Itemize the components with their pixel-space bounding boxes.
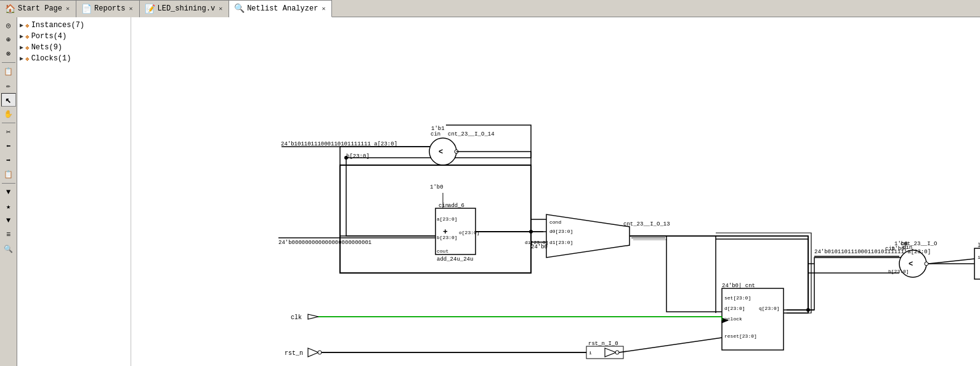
svg-text:24'b000000000000000000000001: 24'b000000000000000000000001 <box>278 240 371 246</box>
svg-text:d[23:0]: d[23:0] <box>724 306 745 311</box>
toolbar-btn-paste[interactable]: 📋 <box>1 168 16 181</box>
tree-label-nets: Nets(9) <box>31 43 62 52</box>
svg-text:a[23:0]: a[23:0] <box>437 216 458 222</box>
svg-point-88 <box>344 156 348 160</box>
main-layout: ◎ ⊕ ⊗ 📋 ✏ ↖ ✋ ✂ ⬅ ➡ 📋 ▼ ★ ▼ ≡ 🔍 ▶ ❖ Inst… <box>0 17 980 366</box>
svg-text:o[23:0]: o[23:0] <box>459 230 480 235</box>
tree-icon-nets: ❖ <box>25 44 30 52</box>
svg-text:b[23:0]: b[23:0] <box>437 235 458 240</box>
svg-text:24'b0| cnt: 24'b0| cnt <box>722 283 755 289</box>
side-panel: ▶ ❖ Instances(7) ▶ ❖ Ports(4) ▶ ❖ Nets(9… <box>17 17 131 366</box>
left-toolbar: ◎ ⊕ ⊗ 📋 ✏ ↖ ✋ ✂ ⬅ ➡ 📋 ▼ ★ ▼ ≡ 🔍 <box>0 17 17 366</box>
tab-reports-close[interactable]: ✕ <box>128 5 134 12</box>
svg-text:rst_n: rst_n <box>285 350 303 357</box>
tab-netlist-analyzer[interactable]: 🔍 Netlist Analyzer ✕ <box>229 0 332 17</box>
toolbar-btn-2[interactable]: ⊕ <box>1 33 16 46</box>
svg-text:cin: cin <box>439 203 448 209</box>
svg-text:<: < <box>909 260 913 269</box>
svg-text:1'b1: 1'b1 <box>431 126 445 132</box>
svg-point-69 <box>318 351 322 354</box>
toolbar-btn-back[interactable]: ⬅ <box>1 139 16 153</box>
tree-icon-ports: ❖ <box>25 33 30 41</box>
canvas-area[interactable]: < cnt_23__I_O_14 cin 1'b1 24'b1011011100… <box>131 17 980 366</box>
svg-text:24'b10110111000110101111111 a[: 24'b10110111000110101111111 a[23:0] <box>281 141 397 147</box>
tab-reports[interactable]: 📄 Reports ✕ <box>76 0 139 17</box>
reports-icon: 📄 <box>81 4 92 14</box>
svg-text:add_24u_24u: add_24u_24u <box>437 256 473 262</box>
svg-text:24'b01011011100011010111111 a[: 24'b01011011100011010111111 a[23:0] <box>814 249 931 255</box>
svg-text:reset[23:0]: reset[23:0] <box>724 333 757 339</box>
toolbar-btn-cursor[interactable]: ↖ <box>1 93 16 107</box>
svg-text:cin: cin <box>431 131 440 137</box>
toolbar-btn-edit[interactable]: ✏ <box>1 79 16 92</box>
tree-item-instances[interactable]: ▶ ❖ Instances(7) <box>17 20 131 31</box>
tab-led-shining-close[interactable]: ✕ <box>217 5 224 12</box>
svg-text:cnt_23__I_O_14: cnt_23__I_O_14 <box>448 131 495 137</box>
netlist-analyzer-icon: 🔍 <box>234 3 245 14</box>
toolbar-btn-hand[interactable]: ✋ <box>1 107 16 121</box>
tree-label-instances: Instances(7) <box>31 21 84 30</box>
svg-point-81 <box>806 308 810 312</box>
led-shining-icon: 📝 <box>145 4 155 14</box>
svg-text:cnt_23__I_O_13: cnt_23__I_O_13 <box>623 221 670 227</box>
toolbar-separator-2 <box>2 123 15 123</box>
tree-item-ports[interactable]: ▶ ❖ Ports(4) <box>17 31 131 42</box>
tree-icon-clocks: ❖ <box>25 55 30 63</box>
svg-rect-0 <box>137 17 974 366</box>
svg-point-75 <box>615 351 619 354</box>
svg-text:cout: cout <box>437 248 448 254</box>
toolbar-btn-3[interactable]: ⊗ <box>1 47 16 60</box>
tree-arrow-clocks: ▶ <box>20 55 23 62</box>
tree-item-nets[interactable]: ▶ ❖ Nets(9) <box>17 42 131 53</box>
toolbar-btn-list[interactable]: ≡ <box>1 228 16 242</box>
svg-text:b[23:0]: b[23:0] <box>346 153 370 160</box>
toolbar-btn-forward[interactable]: ➡ <box>1 153 16 167</box>
svg-text:add_6: add_6 <box>448 203 464 209</box>
tab-start-page[interactable]: 🏠 Start Page ✕ <box>0 0 76 17</box>
tree-icon-instances: ❖ <box>25 22 30 30</box>
tab-reports-label: Reports <box>94 4 125 13</box>
start-page-icon: 🏠 <box>5 4 15 14</box>
svg-point-89 <box>529 230 533 234</box>
svg-text:clk: clk <box>291 314 302 321</box>
svg-text:led1_I_0: led1_I_0 <box>978 243 980 249</box>
toolbar-btn-dropdown2[interactable]: ▼ <box>1 214 16 227</box>
toolbar-btn-1[interactable]: ◎ <box>1 18 16 32</box>
svg-text:d0[23:0]: d0[23:0] <box>549 229 573 234</box>
svg-text:rst_n_I_0: rst_n_I_0 <box>588 341 618 347</box>
tab-start-page-close[interactable]: ✕ <box>65 5 71 12</box>
toolbar-btn-scissors[interactable]: ✂ <box>1 125 16 139</box>
svg-rect-52 <box>974 248 980 279</box>
toolbar-btn-doc[interactable]: 📋 <box>1 65 16 78</box>
tab-bar: 🏠 Start Page ✕ 📄 Reports ✕ 📝 LED_shining… <box>0 0 980 17</box>
svg-point-46 <box>925 262 928 266</box>
tree-label-clocks: Clocks(1) <box>31 54 71 63</box>
svg-text:i: i <box>589 350 592 356</box>
tree-arrow-nets: ▶ <box>20 44 23 51</box>
toolbar-separator-1 <box>2 62 15 63</box>
svg-text:1'b0: 1'b0 <box>430 184 443 190</box>
tree-label-ports: Ports(4) <box>31 32 67 41</box>
tree-arrow-instances: ▶ <box>20 22 23 29</box>
svg-text:q[23:0]: q[23:0] <box>759 306 780 311</box>
tree-arrow-ports: ▶ <box>20 33 23 40</box>
tab-led-shining[interactable]: 📝 LED_shining.v ✕ <box>140 0 230 17</box>
toolbar-btn-search[interactable]: 🔍 <box>1 242 16 256</box>
svg-text:set[23:0]: set[23:0] <box>724 295 751 301</box>
tab-led-shining-label: LED_shining.v <box>158 4 216 13</box>
tab-netlist-analyzer-label: Netlist Analyzer <box>247 4 318 13</box>
netlist-diagram: < cnt_23__I_O_14 cin 1'b1 24'b1011011100… <box>131 17 980 366</box>
svg-text:i: i <box>978 254 980 260</box>
svg-text:d1[23:0]: d1[23:0] <box>549 240 573 245</box>
toolbar-btn-dropdown[interactable]: ▼ <box>1 185 16 199</box>
tab-netlist-analyzer-close[interactable]: ✕ <box>320 5 326 12</box>
svg-text:<: < <box>439 148 443 157</box>
tree-item-clocks[interactable]: ▶ ❖ Clocks(1) <box>17 53 131 64</box>
toolbar-separator-3 <box>2 183 15 184</box>
svg-text:cond: cond <box>549 219 561 225</box>
toolbar-btn-star[interactable]: ★ <box>1 200 16 213</box>
tab-start-page-label: Start Page <box>18 4 62 13</box>
